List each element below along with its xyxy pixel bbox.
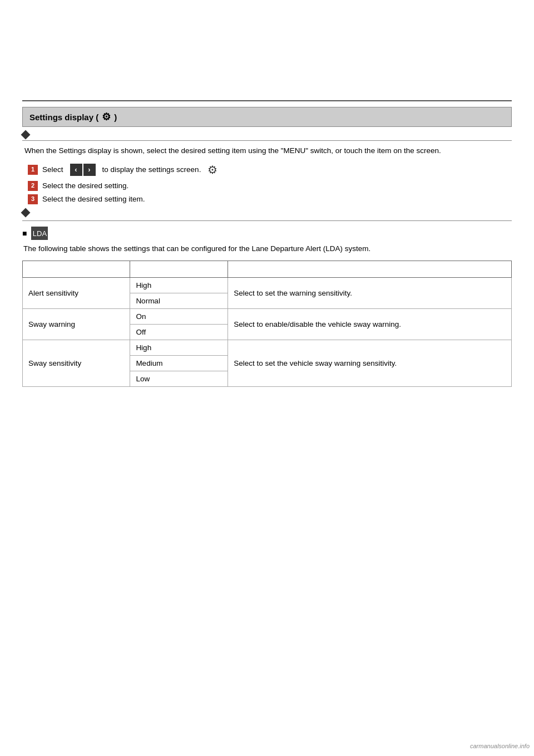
setting-on-sway: On [130, 309, 228, 325]
details-sway-sensitivity: Select to set the vehicle sway warning s… [228, 340, 512, 387]
divider-1 [22, 140, 512, 141]
step-badge-3: 3 [28, 194, 38, 204]
step-3-text: Select the desired setting item. [42, 193, 145, 205]
settings-table: Item Settings Details Alert sensitivity … [22, 261, 512, 387]
bullet-row-2 [22, 209, 512, 216]
divider-2 [22, 220, 512, 221]
item-sway-sensitivity: Sway sensitivity [23, 340, 130, 387]
setting-normal-alert: Normal [130, 293, 228, 309]
setting-high-alert: High [130, 278, 228, 293]
details-alert-sensitivity: Select to set the warning sensitivity. [228, 278, 512, 309]
table-header-row: Item Settings Details [23, 261, 512, 278]
setting-high-sway: High [130, 340, 228, 356]
section-title-text: Settings display ( [29, 112, 98, 122]
step-row-3: 3 Select the desired setting item. [28, 193, 512, 205]
gear-icon-step: ⚙ [207, 161, 217, 179]
table-row: Sway warning On Select to enable/disable… [23, 309, 512, 325]
black-square-prefix: ■ [22, 229, 27, 238]
item-alert-sensitivity: Alert sensitivity [23, 278, 130, 309]
step-badge-1: 1 [28, 165, 38, 175]
step-2-text: Select the desired setting. [42, 180, 128, 192]
nav-icons: ‹ › [70, 164, 96, 176]
table-row: Alert sensitivity High Select to set the… [23, 278, 512, 293]
steps-container: 1 Select ‹ › to display the settings scr… [22, 161, 512, 205]
diamond-icon [21, 130, 31, 140]
bullet-row-1 [22, 131, 512, 138]
section-header: Settings display ( ⚙ ) [22, 107, 512, 127]
details-sway-warning: Select to enable/disable the vehicle swa… [228, 309, 512, 340]
setting-off-sway: Off [130, 325, 228, 340]
step-row-2: 2 Select the desired setting. [28, 180, 512, 192]
setting-low-sway: Low [130, 371, 228, 387]
step-badge-2: 2 [28, 181, 38, 191]
table-row: Sway sensitivity High Select to set the … [23, 340, 512, 356]
step-row-1: 1 Select ‹ › to display the settings scr… [28, 161, 512, 179]
item-sway-warning: Sway warning [23, 309, 130, 340]
step-1-nav-desc: to display the settings screen. [102, 164, 201, 176]
watermark: carmanualsonline.info [470, 743, 530, 749]
subsection-body: The following table shows the settings t… [22, 243, 512, 255]
diamond-icon-2 [21, 208, 31, 218]
intro-paragraph-1: When the Settings display is shown, sele… [22, 145, 512, 156]
lda-icon: LDA [31, 227, 48, 240]
gear-icon: ⚙ [102, 111, 111, 123]
nav-left-icon: ‹ [70, 164, 82, 176]
col-header-item: Item [23, 261, 130, 278]
nav-right-icon: › [83, 164, 96, 176]
setting-medium-sway: Medium [130, 356, 228, 371]
step-1-text: Select [42, 164, 63, 176]
col-header-settings: Settings [130, 261, 228, 278]
col-header-details: Details [228, 261, 512, 278]
top-rule [22, 100, 512, 101]
section-title-close: ) [114, 112, 117, 122]
subsection-label: ■ LDA [22, 227, 512, 240]
